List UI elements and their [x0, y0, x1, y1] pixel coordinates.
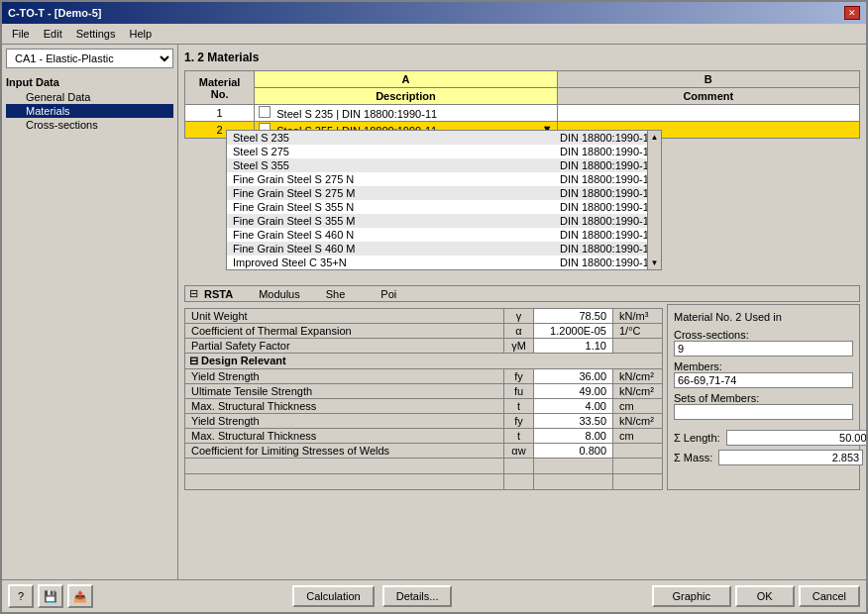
safety-symbol: γM [504, 339, 534, 354]
dropdown-item-5[interactable]: Fine Grain Steel S 355 N DIN 18800:1990-… [227, 200, 661, 214]
scroll-down-icon[interactable]: ▼ [651, 258, 659, 267]
main-window: C-TO-T - [Demo-5] ✕ File Edit Settings H… [0, 0, 868, 614]
thickness1-unit: cm [613, 399, 663, 414]
thickness2-unit: cm [613, 429, 663, 444]
calculation-button[interactable]: Calculation [292, 585, 374, 607]
dropdown-item-3[interactable]: Fine Grain Steel S 275 N DIN 18800:1990-… [227, 172, 661, 186]
unit-weight-unit: kN/m³ [613, 309, 663, 324]
thickness2-label: Max. Structural Thickness [185, 429, 504, 444]
length-input[interactable] [726, 430, 866, 446]
sidebar-section-input: Input Data [6, 76, 173, 88]
length-label: Σ Length: [674, 432, 720, 444]
material-dropdown-list[interactable]: Steel S 235 DIN 18800:1990-11 Steel S 27… [226, 130, 662, 270]
col-b-header: B [557, 71, 859, 88]
cross-sections-input[interactable] [674, 341, 853, 357]
menu-file[interactable]: File [6, 26, 36, 42]
thickness2-value: 8.00 [534, 429, 613, 444]
dropdown-item-6[interactable]: Fine Grain Steel S 355 M DIN 18800:1990-… [227, 214, 661, 228]
thermal-row: Coefficient of Thermal Expansion α 1.200… [185, 324, 663, 339]
ultimate-row: Ultimate Tensile Strength fu 49.00 kN/cm… [185, 384, 663, 399]
empty-row-2 [185, 474, 663, 490]
help-icon: ? [18, 590, 24, 602]
materials-table: Material No. A B Description Comment [184, 70, 860, 139]
thermal-label: Coefficient of Thermal Expansion [185, 324, 504, 339]
thermal-value: 1.2000E-05 [534, 324, 613, 339]
dropdown-scrollbar[interactable]: ▲ ▼ [647, 131, 661, 269]
info-title: Material No. 2 Used in [674, 311, 853, 323]
weld-row: Coefficient for Limiting Stresses of Wel… [185, 444, 663, 459]
scroll-up-icon[interactable]: ▲ [651, 133, 659, 142]
cancel-button[interactable]: Cancel [799, 585, 860, 607]
title-bar: C-TO-T - [Demo-5] ✕ [2, 2, 866, 24]
mass-input[interactable] [718, 450, 863, 465]
yield2-row: Yield Strength fy 33.50 kN/cm² [185, 414, 663, 429]
thickness2-row: Max. Structural Thickness t 8.00 cm [185, 429, 663, 444]
yield2-unit: kN/cm² [613, 414, 663, 429]
details-button[interactable]: Details... [382, 585, 453, 607]
design-header: ⊟ Design Relevant [185, 354, 663, 369]
collapse-icon[interactable]: ⊟ [189, 287, 198, 300]
thickness1-row: Max. Structural Thickness t 4.00 cm [185, 399, 663, 414]
dropdown-item-0[interactable]: Steel S 235 DIN 18800:1990-11 [227, 131, 661, 145]
footer-left: ? 💾 📤 [8, 584, 93, 608]
cross-sections-label: Cross-sections: [674, 329, 853, 341]
main-content: CA1 - Elastic-Plastic Input Data General… [2, 45, 866, 579]
info-panel: Material No. 2 Used in Cross-sections: M… [667, 304, 860, 490]
col-comment-header: Comment [557, 88, 859, 105]
dropdown-item-7[interactable]: Fine Grain Steel S 460 N DIN 18800:1990-… [227, 228, 661, 242]
checkbox-row1[interactable] [259, 106, 271, 118]
section-title: 1. 2 Materials [184, 51, 860, 64]
close-button[interactable]: ✕ [844, 6, 860, 20]
sidebar-item-materials[interactable]: Materials [6, 104, 173, 118]
sets-input[interactable] [674, 404, 853, 420]
members-input[interactable] [674, 372, 853, 388]
thickness1-value: 4.00 [534, 399, 613, 414]
sidebar: CA1 - Elastic-Plastic Input Data General… [2, 45, 178, 579]
save-icon: 💾 [44, 590, 57, 603]
thickness1-symbol: t [504, 399, 534, 414]
export-button[interactable]: 📤 [67, 584, 93, 608]
members-group: Members: [674, 360, 853, 388]
footer: ? 💾 📤 Calculation Details... Graphic OK … [2, 579, 866, 612]
table-row[interactable]: 1 Steel S 235 | DIN 18800:1990-11 [185, 105, 860, 122]
help-button[interactable]: ? [8, 584, 34, 608]
safety-row: Partial Safety Factor γM 1.10 [185, 339, 663, 354]
sidebar-item-cross-sections[interactable]: Cross-sections [6, 118, 173, 132]
shear-label: She [326, 288, 346, 300]
dropdown-item-4[interactable]: Fine Grain Steel S 275 M DIN 18800:1990-… [227, 186, 661, 200]
menu-help[interactable]: Help [123, 26, 158, 42]
safety-value: 1.10 [534, 339, 613, 354]
safety-unit [613, 339, 663, 354]
menu-settings[interactable]: Settings [70, 26, 122, 42]
right-panel: 1. 2 Materials Material No. A B Descript… [178, 45, 866, 579]
menu-edit[interactable]: Edit [38, 26, 68, 42]
design-collapse-icon[interactable]: ⊟ [189, 355, 198, 366]
dropdown-item-9[interactable]: Improved Steel C 35+N DIN 18800:1990-11 [227, 256, 661, 269]
col-material-header: Description [255, 88, 557, 105]
case-dropdown[interactable]: CA1 - Elastic-Plastic [6, 49, 173, 68]
graphic-button[interactable]: Graphic [652, 585, 731, 607]
bottom-area: Unit Weight γ 78.50 kN/m³ Coefficient of… [184, 304, 860, 490]
yield1-symbol: fy [504, 369, 534, 384]
col-a-header: A [255, 71, 557, 88]
dropdown-item-8[interactable]: Fine Grain Steel S 460 M DIN 18800:1990-… [227, 242, 661, 256]
title-text: C-TO-T - [Demo-5] [8, 7, 102, 19]
ok-button[interactable]: OK [735, 585, 795, 607]
sidebar-item-general[interactable]: General Data [6, 90, 173, 104]
rsta-section: ⊟ RSTA Modulus She Poi [184, 285, 860, 302]
poisson-label: Poi [380, 288, 396, 300]
empty-row-1 [185, 459, 663, 474]
save-button[interactable]: 💾 [38, 584, 63, 608]
unit-weight-value: 78.50 [534, 309, 613, 324]
unit-weight-label: Unit Weight [185, 309, 504, 324]
yield1-value: 36.00 [534, 369, 613, 384]
footer-right: Graphic OK Cancel [652, 585, 860, 607]
sets-members-group: Sets of Members: [674, 392, 853, 420]
dropdown-item-1[interactable]: Steel S 275 DIN 18800:1990-11 [227, 145, 661, 158]
length-group: Σ Length: [m] [674, 430, 853, 446]
yield1-unit: kN/cm² [613, 369, 663, 384]
yield2-value: 33.50 [534, 414, 613, 429]
weld-label: Coefficient for Limiting Stresses of Wel… [185, 444, 504, 459]
thickness2-symbol: t [504, 429, 534, 444]
dropdown-item-2[interactable]: Steel S 355 DIN 18800:1990-11 [227, 158, 661, 172]
